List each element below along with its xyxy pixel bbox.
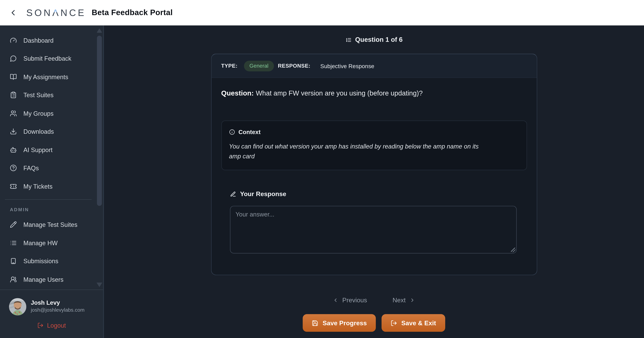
pager: Previous Next <box>104 295 644 306</box>
sidebar-item-dashboard[interactable]: Dashboard <box>0 31 96 49</box>
log-out-icon <box>390 320 397 326</box>
scrollbar-thumb[interactable] <box>97 36 102 206</box>
question-card-body: Question:What amp FW version are you usi… <box>212 89 536 275</box>
question-text: What amp FW version are you using (befor… <box>256 89 422 97</box>
info-icon <box>229 129 235 135</box>
pen-line-icon <box>230 191 236 197</box>
save-icon <box>312 320 318 326</box>
clipboard-list-icon <box>10 92 17 99</box>
avatar-photo <box>9 298 26 315</box>
response-type-value: Subjective Response <box>320 63 374 69</box>
question-progress: Question 1 of 6 <box>104 36 644 43</box>
context-title: Context <box>238 129 260 136</box>
logout-button[interactable]: Logout <box>0 322 103 329</box>
chevron-left-icon <box>9 8 18 17</box>
sidebar-nav: Dashboard Submit Feedback My Assignments… <box>0 25 96 290</box>
page-title: Beta Feedback Portal <box>92 8 173 17</box>
answer-field-wrap <box>230 206 516 254</box>
context-body: You can find out what version your amp h… <box>229 142 480 161</box>
question-meta-bar: TYPE: General RESPONSE: Subjective Respo… <box>212 54 536 78</box>
sidebar-item-manage-test-suites[interactable]: Manage Test Suites <box>0 215 96 234</box>
save-exit-button[interactable]: Save & Exit <box>382 314 445 332</box>
scrollbar-up-arrow-icon[interactable] <box>96 28 102 33</box>
back-button[interactable] <box>9 8 18 17</box>
sidebar-scrollbar[interactable] <box>96 25 102 290</box>
gauge-icon <box>10 37 17 44</box>
sidebar-item-manage-hw[interactable]: Manage HW <box>0 234 96 252</box>
list-icon <box>10 239 17 246</box>
sidebar-item-my-assignments[interactable]: My Assignments <box>0 68 96 86</box>
save-exit-label: Save & Exit <box>401 319 436 327</box>
sidebar-item-my-tickets[interactable]: My Tickets <box>0 177 96 195</box>
download-icon <box>10 128 17 135</box>
circle-help-icon <box>10 165 17 171</box>
log-out-icon <box>37 322 44 329</box>
sidebar-item-faqs[interactable]: FAQs <box>0 159 96 177</box>
answer-textarea[interactable] <box>230 206 516 254</box>
avatar[interactable] <box>9 298 26 315</box>
brand-logo-text-post: NCE <box>60 7 86 18</box>
context-box: Context You can find out what version yo… <box>221 121 527 170</box>
user-name: Josh Levy <box>31 299 60 306</box>
save-progress-label: Save Progress <box>322 319 367 327</box>
list-ordered-icon <box>345 37 352 43</box>
users-icon <box>10 110 17 117</box>
user-profile: Josh Levy josh@joshlevylabs.com Logout <box>0 290 103 338</box>
type-badge: General <box>244 60 274 71</box>
sidebar-item-my-groups[interactable]: My Groups <box>0 104 96 122</box>
user-email: josh@joshlevylabs.com <box>31 307 84 313</box>
next-label: Next <box>392 297 406 304</box>
response-section-title: Your Response <box>230 190 527 198</box>
type-label: TYPE: <box>221 63 238 69</box>
brand-logo-text-pre: SON <box>26 7 52 18</box>
bot-icon <box>10 146 17 153</box>
sidebar: Dashboard Submit Feedback My Assignments… <box>0 25 104 338</box>
book-open-icon <box>10 73 17 80</box>
previous-button[interactable]: Previous <box>330 295 370 306</box>
main-content: Question 1 of 6 TYPE: General RESPONSE: … <box>104 25 644 338</box>
admin-section-label: ADMIN <box>0 203 96 215</box>
context-title-row: Context <box>229 129 519 136</box>
scrollbar-down-arrow-icon[interactable] <box>96 283 102 287</box>
sidebar-item-submit-feedback[interactable]: Submit Feedback <box>0 49 96 68</box>
brand-logo-accent: Λ <box>52 7 60 18</box>
response-section-title-label: Your Response <box>240 190 286 198</box>
logout-label: Logout <box>47 322 66 329</box>
ticket-icon <box>10 183 17 190</box>
book-bookmark-icon <box>10 258 17 265</box>
previous-label: Previous <box>342 297 367 304</box>
users-round-icon <box>10 276 17 283</box>
action-buttons: Save Progress Save & Exit <box>104 314 644 332</box>
sidebar-item-downloads[interactable]: Downloads <box>0 122 96 141</box>
question-text-row: Question:What amp FW version are you usi… <box>221 89 527 98</box>
chevron-left-icon <box>333 297 339 303</box>
next-button[interactable]: Next <box>390 295 418 306</box>
response-label: RESPONSE: <box>278 63 310 69</box>
question-label: Question: <box>221 89 254 97</box>
app: SONΛNCE Beta Feedback Portal Dashboard S… <box>0 0 644 338</box>
sidebar-item-manage-users[interactable]: Manage Users <box>0 270 96 288</box>
question-card: TYPE: General RESPONSE: Subjective Respo… <box>211 54 537 275</box>
sidebar-divider <box>5 199 92 199</box>
brand-logo: SONΛNCE <box>26 7 86 18</box>
save-progress-button[interactable]: Save Progress <box>303 314 376 332</box>
resize-handle-icon[interactable] <box>511 248 515 252</box>
chevron-right-icon <box>409 297 415 303</box>
sidebar-item-ai-support[interactable]: AI Support <box>0 141 96 159</box>
pencil-icon <box>10 221 17 228</box>
question-progress-label: Question 1 of 6 <box>355 36 403 43</box>
sidebar-item-submissions[interactable]: Submissions <box>0 252 96 270</box>
app-header: SONΛNCE Beta Feedback Portal <box>0 0 644 25</box>
sidebar-item-test-suites[interactable]: Test Suites <box>0 86 96 104</box>
message-circle-icon <box>10 55 17 62</box>
